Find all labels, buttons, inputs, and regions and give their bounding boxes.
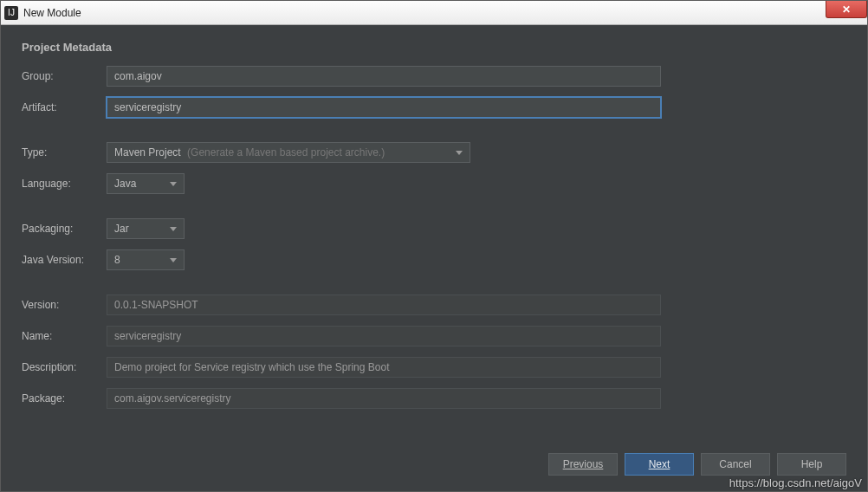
chevron-down-icon — [456, 151, 463, 155]
new-module-window: IJ New Module ✕ Project Metadata Group: … — [0, 0, 868, 492]
close-icon: ✕ — [842, 3, 851, 16]
chevron-down-icon — [170, 227, 177, 231]
button-bar: Previous Next Cancel Help — [548, 453, 846, 476]
packaging-value: Jar — [114, 223, 129, 235]
java-version-select[interactable]: 8 — [107, 249, 185, 270]
version-input[interactable] — [107, 295, 661, 315]
previous-button[interactable]: Previous — [548, 453, 618, 476]
package-input[interactable] — [107, 388, 661, 409]
version-label: Version: — [22, 299, 100, 311]
name-label: Name: — [22, 330, 100, 342]
artifact-input[interactable] — [107, 97, 661, 118]
titlebar: IJ New Module ✕ — [1, 1, 867, 25]
next-button[interactable]: Next — [625, 453, 694, 476]
form: Group: Artifact: Type: Maven Project (Ge… — [22, 66, 846, 409]
language-value: Java — [114, 178, 136, 190]
java-version-value: 8 — [114, 254, 120, 266]
artifact-label: Artifact: — [22, 101, 100, 113]
cancel-button[interactable]: Cancel — [701, 453, 770, 476]
java-version-label: Java Version: — [22, 254, 100, 266]
watermark: https://blog.csdn.net/aigoV — [729, 476, 862, 489]
packaging-label: Packaging: — [22, 223, 100, 235]
window-title: New Module — [23, 7, 81, 19]
type-label: Type: — [22, 146, 100, 159]
chevron-down-icon — [170, 182, 177, 186]
group-label: Group: — [22, 70, 100, 82]
package-label: Package: — [22, 392, 100, 405]
app-icon: IJ — [4, 6, 18, 20]
type-hint: (Generate a Maven based project archive.… — [187, 146, 385, 159]
close-button[interactable]: ✕ — [826, 1, 867, 18]
name-input[interactable] — [107, 326, 661, 346]
content-panel: Project Metadata Group: Artifact: Type: … — [1, 25, 867, 491]
packaging-select[interactable]: Jar — [107, 218, 185, 239]
language-label: Language: — [22, 178, 100, 190]
type-select[interactable]: Maven Project (Generate a Maven based pr… — [107, 142, 470, 163]
group-input[interactable] — [107, 66, 661, 87]
help-button[interactable]: Help — [777, 453, 846, 476]
section-heading: Project Metadata — [22, 41, 846, 54]
description-label: Description: — [22, 361, 100, 373]
description-input[interactable] — [107, 357, 661, 378]
chevron-down-icon — [170, 258, 177, 262]
language-select[interactable]: Java — [107, 173, 185, 194]
type-value: Maven Project — [114, 146, 181, 159]
